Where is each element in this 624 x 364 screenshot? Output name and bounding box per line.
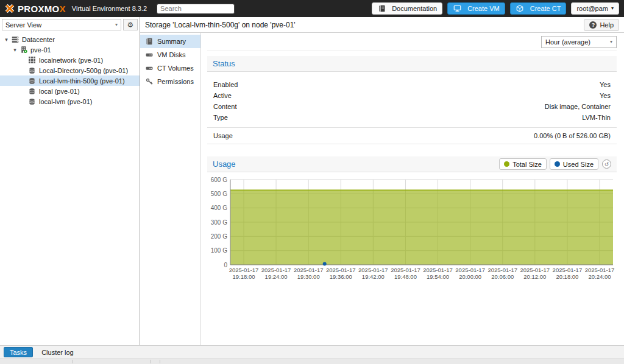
svg-text:600 G: 600 G [211, 177, 227, 183]
tab-label: VM Disks [157, 51, 185, 58]
user-label: root@pam [576, 5, 608, 12]
svg-text:100 G: 100 G [211, 247, 227, 254]
status-row-usage: Usage0.00% (0 B of 526.00 GB) [207, 127, 617, 144]
search-input[interactable] [157, 4, 235, 14]
view-mode-select[interactable]: Server View ▾ [2, 19, 121, 30]
usage-panel-header: Usage Total SizeUsed Size ↺ [207, 156, 617, 172]
usage-chart[interactable]: 0100 G200 G300 G400 G500 G600 G2025-01-1… [207, 176, 617, 284]
chart-undo-zoom-button[interactable]: ↺ [602, 159, 611, 169]
svg-text:19:30:00: 19:30:00 [297, 273, 320, 280]
legend-color-dot [555, 161, 560, 167]
page-title: Storage 'Local-lvm-thin-500g' on node 'p… [145, 21, 296, 29]
tree-item-pve-01[interactable]: ▾pve-01 [0, 44, 140, 55]
chart-legend: Total SizeUsed Size [499, 158, 598, 170]
svg-text:2025-01-17: 2025-01-17 [553, 267, 583, 273]
settings-gear-button[interactable]: ⚙ [123, 19, 138, 30]
legend-used-size[interactable]: Used Size [550, 158, 598, 170]
status-row-active: ActiveYes [207, 90, 617, 101]
svg-text:0: 0 [224, 262, 227, 268]
timeframe-select[interactable]: Hour (average) ▾ [541, 36, 617, 48]
svg-text:2025-01-17: 2025-01-17 [585, 267, 615, 273]
svg-text:2025-01-17: 2025-01-17 [455, 267, 485, 273]
storage-icon [27, 77, 37, 85]
tree-item-local-lvm-thin-500g-pve-01[interactable]: Local-lvm-thin-500g (pve-01) [0, 75, 140, 86]
column-divider [150, 360, 151, 363]
proxmox-logo[interactable]: PROXMOX Virtual Environment 8.3.2 [5, 4, 147, 14]
storage-icon [27, 98, 37, 105]
legend-total-size[interactable]: Total Size [499, 158, 547, 170]
status-rows: EnabledYesActiveYesContentDisk image, Co… [207, 72, 617, 144]
create-ct-label: Create CT [530, 5, 561, 12]
tree-item-datacenter[interactable]: ▾Datacenter [0, 34, 140, 44]
user-menu-button[interactable]: root@pam ▾ [571, 2, 619, 15]
chevron-down-icon: ▾ [610, 40, 612, 44]
svg-text:20:06:00: 20:06:00 [491, 273, 514, 280]
status-panel-title: Status [213, 59, 235, 68]
help-button[interactable]: ? Help [584, 19, 619, 31]
tree-item-local-pve-01[interactable]: local (pve-01) [0, 86, 140, 96]
sidebar-toolbar: Server View ▾ ⚙ [0, 17, 140, 32]
svg-text:20:12:00: 20:12:00 [523, 273, 546, 280]
svg-text:20:00:00: 20:00:00 [459, 273, 481, 280]
svg-text:200 G: 200 G [211, 233, 227, 240]
svg-text:400 G: 400 G [211, 205, 227, 211]
tab-label: Permissions [157, 78, 194, 85]
status-row-content: ContentDisk image, Container [207, 101, 617, 112]
cube-icon [516, 5, 525, 12]
create-vm-button[interactable]: Create VM [447, 2, 505, 15]
create-ct-button[interactable]: Create CT [510, 2, 567, 15]
help-label: Help [600, 21, 614, 29]
svg-text:19:18:00: 19:18:00 [233, 273, 255, 280]
svg-text:300 G: 300 G [211, 219, 227, 226]
storage-icon [27, 67, 37, 74]
svg-text:19:42:00: 19:42:00 [362, 273, 385, 280]
status-value: Disk image, Container [545, 103, 611, 110]
network-icon [27, 57, 37, 63]
cluster-log-tab[interactable]: Cluster log [35, 347, 80, 357]
main-area: Server View ▾ ⚙ ▾Datacenter▾pve-01localn… [0, 17, 624, 345]
brand-text: PROXMOX [18, 4, 66, 14]
tab-vm-disks[interactable]: VM Disks [140, 48, 200, 61]
monitor-icon [453, 5, 462, 12]
tab-ct-volumes[interactable]: CT Volumes [140, 61, 200, 75]
version-text: Virtual Environment 8.3.2 [72, 5, 147, 12]
svg-text:20:24:00: 20:24:00 [589, 273, 611, 280]
usage-panel: Usage Total SizeUsed Size ↺ 0100 G200 G3… [207, 156, 617, 284]
usage-chart-container: 0100 G200 G300 G400 G500 G600 G2025-01-1… [207, 176, 617, 284]
tree-item-label: local-lvm (pve-01) [39, 98, 92, 105]
documentation-button[interactable]: Documentation [372, 2, 442, 15]
svg-text:2025-01-17: 2025-01-17 [488, 267, 517, 273]
expander-icon[interactable]: ▾ [2, 37, 10, 43]
expander-icon[interactable]: ▾ [11, 47, 19, 53]
status-value: 0.00% (0 B of 526.00 GB) [534, 132, 611, 139]
tree-item-local-lvm-pve-01[interactable]: local-lvm (pve-01) [0, 96, 140, 107]
svg-text:19:24:00: 19:24:00 [265, 273, 288, 280]
tab-summary[interactable]: Summary [140, 35, 200, 48]
content-titlebar: Storage 'Local-lvm-thin-500g' on node 'p… [140, 17, 624, 33]
svg-text:2025-01-17: 2025-01-17 [261, 267, 291, 273]
storage-subnav: SummaryVM DisksCT VolumesPermissions [140, 33, 201, 345]
column-divider [160, 360, 160, 363]
legend-label: Total Size [512, 161, 542, 168]
documentation-label: Documentation [392, 5, 437, 12]
svg-text:2025-01-17: 2025-01-17 [391, 267, 420, 273]
legend-label: Used Size [563, 161, 594, 168]
content-body: SummaryVM DisksCT VolumesPermissions Hou… [140, 33, 624, 345]
summary-icon [144, 38, 154, 45]
svg-text:2025-01-17: 2025-01-17 [520, 267, 550, 273]
content-section: Storage 'Local-lvm-thin-500g' on node 'p… [140, 17, 624, 345]
svg-text:19:54:00: 19:54:00 [427, 273, 449, 280]
tab-permissions[interactable]: Permissions [140, 75, 200, 88]
proxmox-x-icon [5, 4, 15, 13]
tree-item-label: Datacenter [22, 36, 55, 43]
status-panel-header: Status [207, 56, 617, 72]
tasks-tab[interactable]: Tasks [4, 347, 33, 357]
tree-item-local-directory-500g-pve-01[interactable]: Local-Directory-500g (pve-01) [0, 65, 140, 75]
tree-item-localnetwork-pve-01[interactable]: localnetwork (pve-01) [0, 55, 140, 65]
tasks-table-header-strip [0, 359, 624, 364]
status-value: Yes [600, 92, 611, 99]
svg-text:2025-01-17: 2025-01-17 [294, 267, 324, 273]
tab-label: CT Volumes [157, 65, 194, 72]
status-label: Enabled [213, 81, 238, 88]
proxmox-app: PROXMOX Virtual Environment 8.3.2 Docume… [0, 0, 624, 364]
